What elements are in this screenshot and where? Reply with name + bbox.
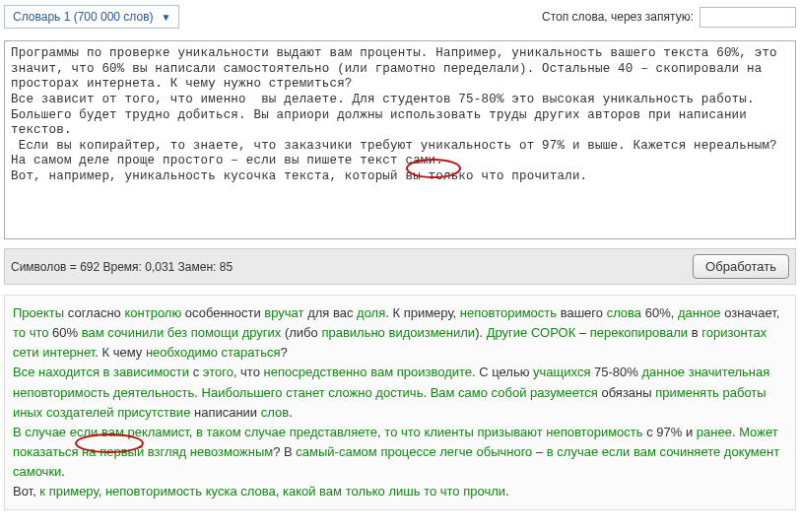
output-paragraph: Проекты согласно контролю особенности вр… [13, 303, 787, 363]
dictionary-select[interactable]: Словарь 1 (700 000 слов) ▼ [4, 5, 179, 29]
chevron-down-icon: ▼ [162, 12, 171, 23]
dictionary-select-label: Словарь 1 (700 000 слов) [13, 10, 154, 24]
stats-bar: Символов = 692 Время: 0,031 Замен: 85 Об… [4, 248, 796, 285]
output-paragraph: Вот, к примеру, неповторимость куска сло… [13, 482, 787, 501]
stop-words-block: Стоп слова, через запятую: [542, 7, 796, 28]
output-paragraph: Все находится в зависимости с этого, что… [13, 363, 787, 422]
stop-words-label: Стоп слова, через запятую: [542, 10, 694, 24]
process-button[interactable]: Обработать [693, 254, 789, 279]
stop-words-input[interactable] [700, 7, 796, 28]
output-paragraph: В случае если вам рекламист, в таком слу… [13, 423, 787, 482]
stats-text: Символов = 692 Время: 0,031 Замен: 85 [11, 260, 233, 274]
output-panel: Проекты согласно контролю особенности вр… [4, 295, 796, 510]
input-textarea[interactable] [4, 40, 796, 239]
